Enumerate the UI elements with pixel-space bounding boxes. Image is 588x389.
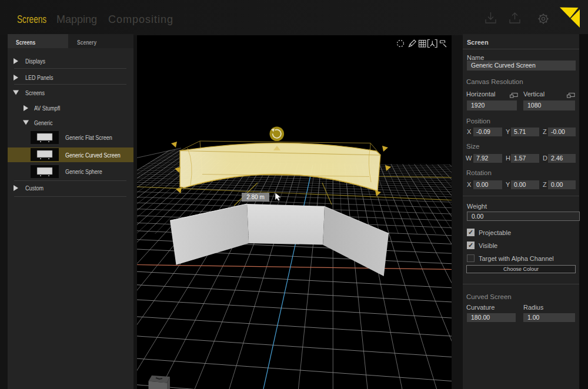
- svg-text:2.80 m: 2.80 m: [246, 194, 265, 200]
